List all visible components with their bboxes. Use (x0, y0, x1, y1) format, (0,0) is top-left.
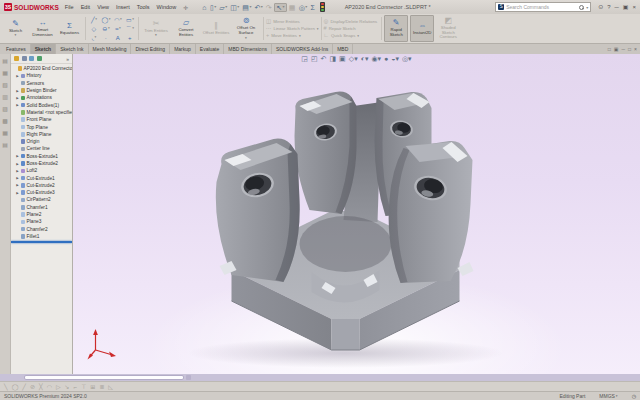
expand-arrow-icon[interactable]: ▶ (16, 103, 19, 107)
menu-item[interactable]: Insert (113, 3, 133, 11)
file-properties-icon[interactable]: ▦ (288, 4, 297, 11)
feature-tree-item[interactable]: Material <not specified> (11, 109, 72, 116)
zoom-to-area-icon[interactable]: ◰ (311, 55, 318, 62)
bottom-tool-move-icon[interactable]: ↘ (65, 383, 70, 390)
repair-sketch-button[interactable]: # Repair Sketch (324, 26, 380, 32)
new-document-icon[interactable]: ▯▾ (209, 4, 217, 11)
graphics-viewport[interactable]: ◲◰↶◨▣◇▾◐▾◉▾●◒▾◎▾ (73, 54, 640, 374)
search-commands-box[interactable]: S Search Commands ▾ (495, 2, 591, 12)
propertymanager-tab[interactable] (22, 56, 27, 61)
feature-tree-item[interactable]: Right Plane (11, 131, 72, 138)
search-icon[interactable] (579, 5, 584, 10)
expand-arrow-icon[interactable]: ▶ (16, 169, 19, 173)
plane-sketch-icon[interactable]: + (124, 33, 136, 42)
equations-button[interactable]: Σ Equations (56, 15, 83, 42)
bottom-tool-corner-icon[interactable]: ⌐ (74, 384, 78, 390)
expand-arrow-icon[interactable]: ▶ (16, 183, 19, 187)
pane-right-icon[interactable]: ▣ (614, 46, 619, 52)
redo-icon[interactable]: ↷ (265, 4, 273, 11)
offset-entities-button[interactable]: ∥ Offset Entities (201, 15, 231, 42)
performance-clock-icon[interactable]: ◷ (632, 393, 636, 399)
expand-arrow-icon[interactable]: ▶ (16, 176, 19, 180)
slot-icon[interactable]: ⊖▾ (100, 24, 112, 33)
display-style-icon[interactable]: ◐▾ (361, 55, 369, 62)
convert-entities-button[interactable]: ▱ Convert Entities (171, 15, 201, 42)
menu-item[interactable]: Edit (78, 3, 93, 11)
open-icon[interactable]: ▱▾ (218, 4, 228, 11)
feature-tree-item[interactable]: ▶ Cut-Extrude2 (11, 182, 72, 189)
feature-tree-item[interactable]: Center line (11, 145, 72, 152)
expand-arrow-icon[interactable]: ▶ (16, 89, 19, 93)
bottom-tool-grid-icon[interactable]: ⊞ (90, 383, 95, 390)
quick-snaps-button[interactable]: ∟ Quick Snaps ▾ (324, 33, 380, 39)
feature-tree-item[interactable]: ▶ Boss-Extrude1 (11, 153, 72, 160)
featuremanager-tree-tab[interactable] (14, 56, 19, 61)
options-gear-icon[interactable]: ◎▾ (298, 4, 309, 11)
strip-tool-icon-3[interactable]: ▧ (2, 81, 8, 88)
strip-tool-icon-5[interactable]: ▨ (2, 105, 8, 112)
print-icon[interactable]: ▤▾ (241, 4, 252, 11)
rollback-bar[interactable] (11, 241, 72, 243)
undo-icon[interactable]: ↶▾ (253, 4, 263, 11)
user-login-icon[interactable]: ⊙ (598, 4, 603, 10)
pin-menubar-icon[interactable]: ✛ (183, 4, 188, 11)
instant2d-button[interactable]: ⇔ Instant2D (410, 15, 434, 42)
previous-view-icon[interactable]: ↶ (321, 55, 327, 62)
ribbon-tab[interactable]: Direct Editing (131, 44, 170, 54)
fillet-sketch-icon[interactable]: ◟▾ (88, 33, 100, 42)
strip-tool-icon-8[interactable]: ▤ (2, 141, 8, 148)
pane-left-icon[interactable]: □ (608, 46, 611, 52)
edit-appearance-icon[interactable]: ● (384, 55, 388, 62)
expand-arrow-icon[interactable]: ▶ (16, 162, 19, 166)
sketch-button[interactable]: ✎ Sketch ▾ (2, 15, 29, 42)
feature-tree-item[interactable]: Chamfer2 (11, 226, 72, 233)
search-input[interactable]: Search Commands (506, 4, 577, 10)
feature-tree-item[interactable]: Top Plane (11, 123, 72, 130)
minimize-doc-icon[interactable]: ─ (622, 46, 626, 52)
restore-icon[interactable]: ▣ (623, 4, 629, 10)
ribbon-tab[interactable]: Sketch Ink (56, 44, 88, 54)
text-icon[interactable]: A (112, 33, 124, 42)
zoom-to-fit-icon[interactable]: ◲ (301, 55, 308, 62)
horizontal-scrollbar[interactable] (0, 374, 640, 381)
expand-arrow-icon[interactable]: ▶ (16, 154, 19, 158)
units-selector[interactable]: MMGS ▾ (599, 393, 617, 399)
view-settings-icon[interactable]: ◎▾ (402, 55, 412, 62)
arc-icon[interactable]: ◠▾ (112, 15, 124, 24)
line-icon[interactable]: ╱▾ (88, 15, 100, 24)
ellipse-icon[interactable]: ⌒▾ (124, 24, 136, 33)
search-caret-icon[interactable]: ▾ (586, 5, 588, 10)
spline-icon[interactable]: ≈▾ (112, 24, 124, 33)
feature-tree-item[interactable]: ▶ Annotations (11, 94, 72, 101)
save-icon[interactable]: ◫▾ (229, 4, 240, 11)
feature-tree-item[interactable]: ▶ Solid Bodies(1) (11, 101, 72, 108)
expand-arrow-icon[interactable]: ▶ (16, 74, 19, 78)
smart-dimension-button[interactable]: ↔ Smart Dimension (29, 15, 56, 42)
point-icon[interactable]: · (100, 33, 112, 42)
bottom-tool-play-icon[interactable]: ▷ (56, 383, 61, 390)
expand-panel-chevron-icon[interactable]: » (66, 56, 69, 62)
feature-tree-item[interactable]: ▶ Cut-Extrude3 (11, 189, 72, 196)
minimize-icon[interactable]: ─ (615, 4, 619, 10)
feature-tree-item[interactable]: CirPattern2 (11, 196, 72, 203)
bottom-tool-cross-icon[interactable]: ╳ (39, 383, 43, 390)
feature-tree-item[interactable]: Plane2 (11, 211, 72, 218)
feature-tree-item[interactable]: Front Plane (11, 116, 72, 123)
offset-on-surface-button[interactable]: ⊚ Offset On Surface ▾ (231, 15, 261, 42)
ribbon-tab[interactable]: MBD Dimensions (224, 44, 272, 54)
polygon-icon[interactable]: ◇ (88, 24, 100, 33)
ribbon-tab[interactable]: Evaluate (196, 44, 224, 54)
close-icon[interactable]: × (632, 4, 636, 10)
close-doc-icon[interactable]: × (634, 46, 637, 52)
bottom-tool-lines-icon[interactable]: ≣ (99, 383, 104, 390)
feature-tree-item[interactable]: Origin (11, 138, 72, 145)
feature-tree-item[interactable]: ▶ Cut-Extrude1 (11, 174, 72, 181)
feature-tree-root[interactable]: AP2020 End Connector (Def (11, 65, 72, 72)
apply-scene-icon[interactable]: ◒▾ (391, 55, 399, 62)
ribbon-tab[interactable]: MBD (333, 44, 353, 54)
ribbon-tab[interactable]: Sketch (31, 44, 56, 54)
bottom-tool-tee-icon[interactable]: ⊤ (81, 383, 86, 390)
bottom-tool-triangle-icon[interactable]: ◺ (108, 383, 113, 390)
ribbon-tab[interactable]: SOLIDWORKS Add-Ins (272, 44, 333, 54)
mirror-entities-button[interactable]: ◫ Mirror Entities (266, 19, 319, 25)
